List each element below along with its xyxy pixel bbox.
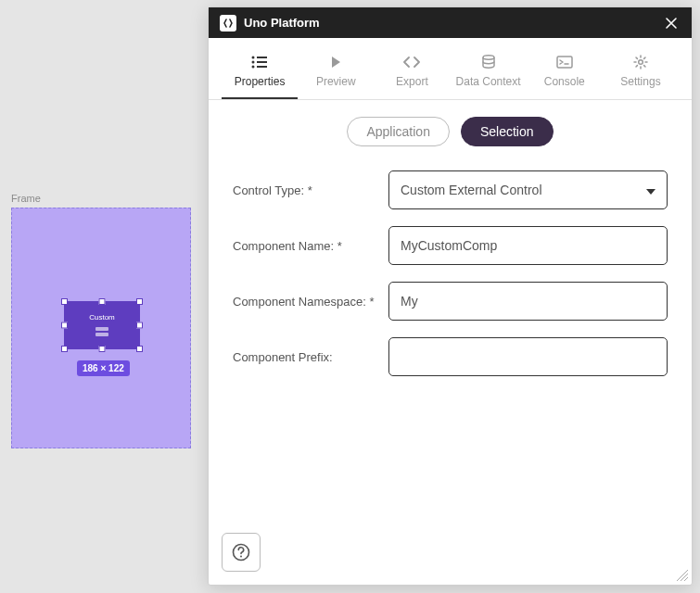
control-type-select[interactable]: Custom External Control xyxy=(388,170,668,209)
svg-rect-3 xyxy=(257,61,267,63)
svg-point-2 xyxy=(252,61,255,64)
resize-handle-ne[interactable] xyxy=(136,298,143,305)
subtab-application[interactable]: Application xyxy=(347,117,450,146)
tab-label: Data Context xyxy=(456,75,521,88)
selection-size-badge: 186 × 122 xyxy=(77,360,130,376)
code-icon xyxy=(403,55,420,69)
resize-handle-s[interactable] xyxy=(99,346,106,352)
subtab-bar: Application Selection xyxy=(209,100,692,163)
resize-grip[interactable] xyxy=(676,569,689,582)
frame-label: Frame xyxy=(11,193,193,204)
tab-settings[interactable]: Settings xyxy=(603,51,679,99)
titlebar[interactable]: Uno Platform xyxy=(209,7,692,38)
svg-point-10 xyxy=(240,556,242,558)
app-logo-icon xyxy=(220,15,236,32)
component-namespace-label: Component Namespace: * xyxy=(233,295,388,309)
properties-panel: Uno Platform Properties Preview Export xyxy=(208,6,693,586)
tab-label: Preview xyxy=(316,75,356,88)
svg-rect-1 xyxy=(257,57,267,58)
tab-label: Settings xyxy=(620,75,660,88)
component-tag: Custom xyxy=(89,313,115,322)
terminal-icon xyxy=(556,55,573,69)
svg-point-0 xyxy=(252,57,255,59)
resize-handle-n[interactable] xyxy=(99,298,106,305)
properties-form: Control Type: * Custom External Control … xyxy=(209,163,692,400)
custom-component[interactable]: Custom xyxy=(64,301,140,349)
resize-handle-e[interactable] xyxy=(136,322,143,329)
frame[interactable]: Custom 186 × 122 xyxy=(11,208,191,448)
list-icon xyxy=(251,55,268,69)
help-button[interactable] xyxy=(222,533,261,572)
svg-rect-7 xyxy=(557,57,572,68)
tab-data-context[interactable]: Data Context xyxy=(451,51,527,99)
control-type-value: Custom External Control xyxy=(401,183,542,197)
panel-title: Uno Platform xyxy=(244,16,662,30)
database-icon xyxy=(480,55,497,69)
close-button[interactable] xyxy=(662,14,681,32)
play-icon xyxy=(327,55,344,69)
resize-handle-se[interactable] xyxy=(136,346,143,352)
component-name-label: Component Name: * xyxy=(233,239,388,253)
tab-label: Export xyxy=(396,75,428,88)
gear-icon xyxy=(632,55,649,69)
tab-properties[interactable]: Properties xyxy=(222,51,298,99)
close-icon xyxy=(665,17,678,30)
subtab-selection[interactable]: Selection xyxy=(461,117,554,146)
svg-point-4 xyxy=(252,66,255,69)
component-prefix-input[interactable] xyxy=(388,337,668,376)
tab-bar: Properties Preview Export Data Context C… xyxy=(209,38,692,100)
component-name-input[interactable] xyxy=(388,226,668,265)
svg-point-6 xyxy=(483,56,494,59)
resize-handle-sw[interactable] xyxy=(61,346,68,352)
resize-handle-w[interactable] xyxy=(61,322,68,329)
help-icon xyxy=(232,543,250,561)
tab-label: Console xyxy=(544,75,585,88)
control-type-label: Control Type: * xyxy=(233,183,388,197)
svg-rect-5 xyxy=(257,66,267,68)
component-namespace-input[interactable] xyxy=(388,282,668,321)
svg-point-8 xyxy=(639,60,643,65)
tab-preview[interactable]: Preview xyxy=(298,51,374,99)
component-prefix-label: Component Prefix: xyxy=(233,350,388,364)
tab-console[interactable]: Console xyxy=(527,51,603,99)
panel-footer xyxy=(209,520,692,585)
tab-export[interactable]: Export xyxy=(374,51,450,99)
tab-label: Properties xyxy=(235,75,286,88)
design-canvas[interactable]: Frame Custom 186 × 122 xyxy=(0,0,204,593)
chevron-down-icon xyxy=(646,183,655,197)
resize-handle-nw[interactable] xyxy=(61,298,68,305)
